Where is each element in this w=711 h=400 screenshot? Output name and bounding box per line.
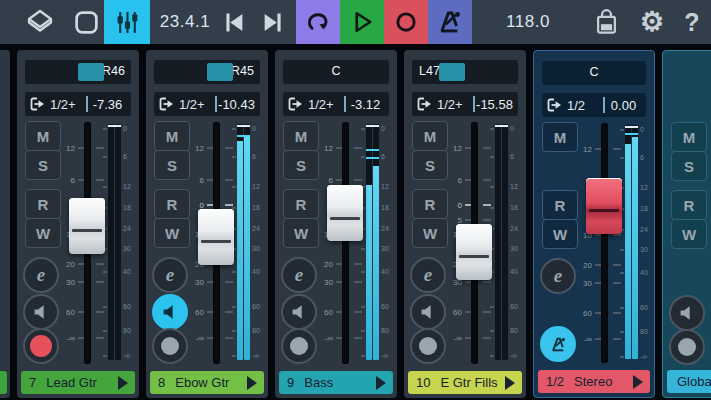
channel-label[interactable]: Global <box>667 370 711 393</box>
read-button[interactable]: R <box>671 190 707 220</box>
meter-scale-label: 30 <box>510 245 518 252</box>
previous-icon <box>221 9 248 36</box>
pan-control[interactable]: R45 <box>154 60 260 84</box>
metronome-icon <box>437 9 463 35</box>
fader-handle[interactable] <box>586 178 622 234</box>
master-logo-button[interactable] <box>540 326 576 362</box>
fader-handle[interactable] <box>69 198 105 254</box>
fader-scale-tick <box>96 263 104 265</box>
output-routing-icon <box>159 97 175 111</box>
rewind-to-start-button[interactable] <box>216 0 252 44</box>
record-dot-icon <box>678 338 696 356</box>
metronome-button[interactable] <box>428 0 472 44</box>
meter-peak-mark <box>366 125 379 127</box>
meter-scale-tick <box>361 248 365 250</box>
meter-scale-label: 12 <box>381 183 389 190</box>
settings-button[interactable]: ⚙ <box>632 0 672 44</box>
fader-track <box>601 123 608 363</box>
speaker-icon <box>33 304 49 320</box>
strip-controls: MSRWe1260510203060-∞0612182430406080-∞ <box>275 120 397 366</box>
meter-scale-tick <box>620 129 624 131</box>
pan-control[interactable]: L47 <box>412 60 518 84</box>
pan-control[interactable]: C <box>283 60 389 84</box>
channel-label[interactable]: 8Ebow Gtr <box>150 371 264 394</box>
meter-scale-label: 30 <box>381 245 389 252</box>
channel-label[interactable]: 1/2Stereo <box>538 370 650 393</box>
help-button[interactable]: ? <box>674 0 710 44</box>
meter-scale-label: 40 <box>640 269 648 276</box>
channel-label[interactable]: 7Lead Gtr <box>21 371 135 394</box>
output-routing[interactable]: 1/2+-7.36 <box>25 92 131 116</box>
fader-scale-label: 20 <box>311 260 333 269</box>
pan-control[interactable]: C <box>542 61 646 85</box>
media-button[interactable] <box>18 0 62 44</box>
fader-scale-label: 60 <box>311 308 333 317</box>
fader-scale-label: 30 <box>182 278 204 287</box>
strip-controls: MSRW <box>663 121 711 365</box>
channel-strip-e-gtr-fills: L471/2+-15.58MSRWe1260510203060-∞0612182… <box>404 50 526 398</box>
mixer-view-button[interactable] <box>104 0 150 44</box>
meter-scale-tick <box>361 355 365 357</box>
meter-scale-label: 40 <box>252 268 260 275</box>
meter-scale-label: 0 <box>381 125 385 132</box>
output-bus-label: 1/2+ <box>308 97 334 112</box>
meter-scale-label: 18 <box>381 204 389 211</box>
output-routing[interactable]: 1/2+-15.58 <box>412 92 518 116</box>
write-button[interactable]: W <box>671 219 707 249</box>
fader-scale-tick <box>483 337 491 339</box>
meter-scale-label: 30 <box>252 245 260 252</box>
solo-button[interactable]: S <box>671 151 707 181</box>
channel-label[interactable]: 9Bass <box>279 371 393 394</box>
record-button[interactable] <box>384 0 428 44</box>
song-position-display[interactable]: 23.4.1 <box>155 0 215 44</box>
fader-scale-label: 12 <box>182 144 204 153</box>
meter-scale-label: 80 <box>252 327 260 334</box>
meter-peak-mark <box>237 135 250 137</box>
output-routing[interactable]: 1/2+-3.12 <box>283 92 389 116</box>
meter-scale-label: 6 <box>123 153 127 160</box>
arranger-view-button[interactable] <box>64 0 108 44</box>
tempo-display[interactable]: 118.0 <box>495 0 561 44</box>
pan-value: L47 <box>419 64 440 78</box>
meter-scale-tick <box>490 156 494 158</box>
meter-level <box>244 136 250 360</box>
fader-scale-tick <box>613 312 621 314</box>
play-button[interactable] <box>340 0 384 44</box>
channel-label[interactable] <box>0 371 7 394</box>
channel-label[interactable]: 10E Gtr Fills <box>408 371 522 394</box>
meter-scale-tick <box>620 157 624 159</box>
channel-number: 8 <box>158 375 165 390</box>
meter-bar <box>632 125 638 359</box>
meter-bar <box>366 124 372 360</box>
fader-handle[interactable] <box>456 224 492 280</box>
meter-peak-mark <box>237 125 250 127</box>
fader-handle[interactable] <box>327 185 363 241</box>
meter-scale-label: -∞ <box>123 352 130 359</box>
channel-name: Ebow Gtr <box>175 375 229 390</box>
meter-bar <box>115 124 121 360</box>
meter-scale-label: 60 <box>123 303 131 310</box>
level-meter <box>366 124 379 360</box>
meter-scale-label: 0 <box>640 126 644 133</box>
meter-scale-label: 18 <box>123 204 131 211</box>
fader-scale-tick <box>613 264 621 266</box>
output-routing[interactable]: 1/2+-10.43 <box>154 92 260 116</box>
fader-scale-tick <box>354 179 362 181</box>
shop-button[interactable] <box>586 0 626 44</box>
cycle-button[interactable] <box>296 0 340 44</box>
pan-control[interactable]: R46 <box>25 60 131 84</box>
record-arm-button[interactable] <box>669 329 705 365</box>
meter-scale-label: 18 <box>252 204 260 211</box>
mute-button[interactable]: M <box>671 122 707 152</box>
meter-scale-tick <box>232 271 236 273</box>
monitor-button[interactable] <box>669 295 705 331</box>
pan-position-block <box>439 63 465 81</box>
channel-label-arrow-icon <box>247 376 257 390</box>
forward-to-end-button[interactable] <box>254 0 290 44</box>
fader-scale-tick <box>96 147 104 149</box>
meter-scale-label: 30 <box>123 245 131 252</box>
fader-handle[interactable] <box>198 209 234 265</box>
fader-scale-tick <box>96 281 104 283</box>
output-routing[interactable]: 1/20.00 <box>542 93 646 117</box>
record-dot-icon <box>30 335 52 357</box>
